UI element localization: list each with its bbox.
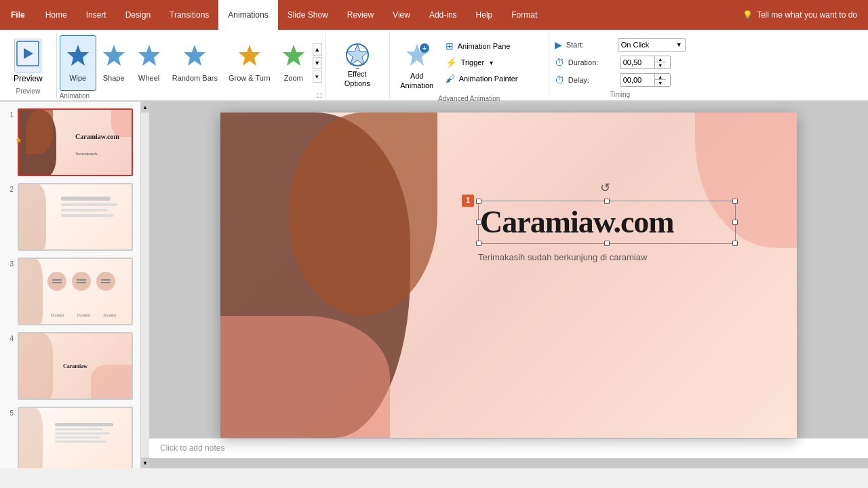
svg-text:+: +: [422, 45, 427, 52]
tab-slideshow[interactable]: Slide Show: [278, 0, 338, 30]
preview-label: Preview: [14, 74, 43, 83]
start-label: Start:: [566, 41, 614, 49]
selected-textbox[interactable]: ↺ 1 Caramiaw.com: [478, 201, 736, 263]
slide-1-content: Caramiaw.com Terimakasih...: [19, 110, 132, 175]
effect-options-label: EffectOptions: [344, 69, 370, 89]
slide-canvas-area: ↺ 1 Caramiaw.com: [149, 102, 868, 468]
slides-panel-inner: 1 Caramiaw.com Terimakasih... ★: [0, 102, 140, 468]
thumb-subtitle-1: Terimakasih...: [75, 152, 100, 156]
grow-turn-icon: [237, 43, 262, 71]
trigger-button[interactable]: ⚡ Trigger ▾: [441, 56, 543, 69]
add-animation-button[interactable]: + AddAnimation: [395, 38, 439, 94]
svg-marker-7: [283, 45, 304, 66]
slide-thumb-5[interactable]: 5: [3, 405, 138, 468]
svg-marker-6: [239, 45, 260, 66]
tab-home[interactable]: Home: [36, 0, 77, 30]
timing-items: ▶ Start: On Click ▼ ⏱ Duration: ▲: [555, 35, 686, 89]
animation-pane-label: Animation Pane: [458, 42, 511, 50]
tab-view[interactable]: View: [383, 0, 420, 30]
duration-input[interactable]: ▲ ▼: [620, 56, 671, 69]
duration-up[interactable]: ▲: [655, 56, 666, 62]
animation-wipe[interactable]: Wipe: [60, 35, 96, 91]
tab-help[interactable]: Help: [467, 0, 502, 30]
tab-addins[interactable]: Add-ins: [420, 0, 467, 30]
effect-options-button[interactable]: ▼ EffectOptions: [334, 38, 381, 92]
scroll-down-btn[interactable]: ▼: [313, 57, 322, 69]
animation-items-row: Wipe Shape: [60, 35, 322, 91]
delay-up[interactable]: ▲: [655, 74, 666, 80]
notes-bar[interactable]: Click to add notes: [149, 438, 868, 458]
delay-input[interactable]: ▲ ▼: [620, 73, 671, 87]
animation-pane-icon: ⊞: [446, 41, 454, 52]
tell-me-box[interactable]: 💡 Tell me what you want to do: [732, 10, 868, 20]
duration-down[interactable]: ▼: [655, 62, 666, 68]
animation-scroll-controls: ▲ ▼ ▾: [313, 43, 322, 83]
tab-design[interactable]: Design: [116, 0, 160, 30]
ribbon-group-timing: ▶ Start: On Click ▼ ⏱ Duration: ▲: [549, 33, 691, 98]
rotate-handle[interactable]: ↺: [600, 180, 610, 195]
start-dropdown[interactable]: On Click ▼: [618, 38, 686, 52]
slide-1-star: ★: [15, 136, 22, 145]
slide-thumb-2[interactable]: 2: [3, 182, 138, 252]
slide-subtitle: Terimakasih sudah berkunjung di caramiaw: [478, 252, 736, 262]
animation-shape[interactable]: Shape: [96, 35, 132, 91]
handle-middle-right[interactable]: [732, 220, 738, 225]
scroll-up-btn[interactable]: ▲: [313, 43, 322, 56]
slide-num-3: 3: [4, 260, 14, 268]
tab-transitions[interactable]: Transitions: [160, 0, 218, 30]
slide-title: Caramiaw.com: [480, 205, 734, 240]
duration-value[interactable]: [620, 56, 654, 68]
handle-bottom-left[interactable]: [476, 241, 481, 246]
ribbon-content: Preview Preview Wipe: [0, 30, 868, 101]
tab-review[interactable]: Review: [338, 0, 383, 30]
animation-painter-icon: 🖌: [446, 73, 455, 84]
scroll-more-btn[interactable]: ▾: [313, 70, 322, 83]
preview-icon: [14, 39, 41, 73]
tab-file[interactable]: File: [0, 0, 36, 30]
timing-start-row: ▶ Start: On Click ▼: [555, 38, 686, 52]
slides-scroll-up[interactable]: ▲: [141, 102, 149, 113]
animation-painter-button[interactable]: 🖌 Animation Painter: [441, 72, 543, 85]
slide-num-1: 1: [4, 111, 14, 119]
trigger-dropdown-icon: ▾: [490, 59, 493, 66]
animation-pane-button[interactable]: ⊞ Animation Pane: [441, 39, 543, 53]
slide-2-content: [19, 184, 132, 249]
handle-top-right[interactable]: [732, 199, 738, 204]
handle-bottom-right[interactable]: [732, 241, 738, 246]
timing-group-label: Timing: [610, 89, 630, 98]
slide-num-4: 4: [4, 335, 14, 342]
slide-preview-1: Caramiaw.com Terimakasih...: [18, 108, 133, 176]
handle-top-left[interactable]: [476, 199, 481, 204]
delay-label: Delay:: [568, 76, 616, 84]
tab-animations[interactable]: Animations: [218, 0, 277, 30]
preview-group-label: Preview: [16, 86, 41, 95]
timing-duration-row: ⏱ Duration: ▲ ▼: [555, 56, 686, 69]
delay-value[interactable]: [620, 74, 654, 86]
handle-bottom-middle[interactable]: [604, 241, 610, 246]
handle-middle-left[interactable]: [476, 220, 481, 225]
effect-options-icon: ▼: [343, 41, 372, 69]
animation-random-bars[interactable]: Random Bars: [167, 35, 223, 91]
slide-thumb-1[interactable]: 1 Caramiaw.com Terimakasih... ★: [3, 107, 138, 178]
delay-down[interactable]: ▼: [655, 80, 666, 86]
tab-format[interactable]: Format: [502, 0, 547, 30]
tab-insert[interactable]: Insert: [77, 0, 116, 30]
animation-group-expand-icon[interactable]: ⛶: [317, 93, 322, 99]
slides-scroll-down[interactable]: ▼: [141, 458, 149, 468]
start-icon: ▶: [555, 39, 562, 50]
duration-icon: ⏱: [555, 57, 564, 68]
notes-placeholder: Click to add notes: [160, 443, 224, 453]
handle-top-middle[interactable]: [604, 199, 610, 204]
slide-thumb-3[interactable]: 3: [3, 256, 138, 327]
slide-thumb-4[interactable]: 4 Caramiaw: [3, 331, 138, 401]
selection-border: 1 Caramiaw.com: [478, 201, 736, 245]
thumb-title-1: Caramiaw.com: [75, 133, 119, 140]
animation-wheel[interactable]: Wheel: [132, 35, 167, 91]
slides-scrollbar[interactable]: ▲ ▼: [141, 102, 149, 468]
ribbon-tabs: File Home Insert Design Transitions Anim…: [0, 0, 868, 30]
wheel-label: Wheel: [138, 74, 159, 83]
animation-zoom[interactable]: Zoom: [276, 35, 311, 91]
preview-button[interactable]: Preview: [5, 36, 51, 86]
animation-grow-turn[interactable]: Grow & Turn: [223, 35, 276, 91]
slide-blob-peach: [220, 316, 390, 438]
